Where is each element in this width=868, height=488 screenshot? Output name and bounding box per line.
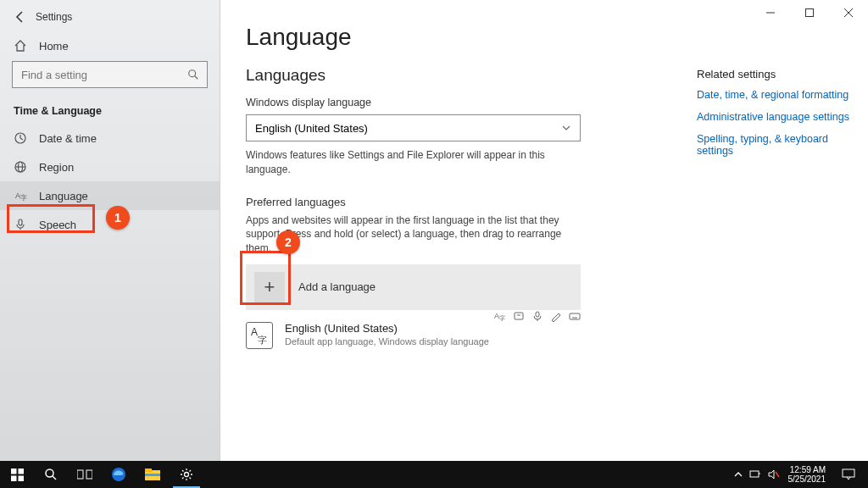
sidebar-item-label: Region xyxy=(39,161,74,174)
sidebar: Settings Home Time & Language Date & tim… xyxy=(0,0,220,461)
svg-text:字: 字 xyxy=(499,315,505,321)
language-name: English (United States) xyxy=(285,322,489,335)
back-arrow-icon[interactable] xyxy=(14,10,27,24)
svg-rect-37 xyxy=(750,471,759,477)
language-feature-icons: A字 xyxy=(494,310,581,322)
related-link-date-time[interactable]: Date, time, & regional formatting xyxy=(697,89,866,101)
related-link-spelling[interactable]: Spelling, typing, & keyboard settings xyxy=(697,133,866,157)
search-icon xyxy=(186,68,200,81)
globe-icon xyxy=(14,160,27,174)
svg-text:字: 字 xyxy=(20,194,27,202)
add-language-label: Add a language xyxy=(298,280,376,293)
svg-rect-24 xyxy=(11,469,17,474)
related-heading: Related settings xyxy=(697,68,866,80)
svg-rect-27 xyxy=(18,475,24,481)
svg-text:字: 字 xyxy=(258,335,267,345)
annotation-callout-1: 1 xyxy=(106,206,130,230)
display-language-select[interactable]: English (United States) xyxy=(246,114,581,141)
taskbar-app-explorer[interactable] xyxy=(136,461,170,488)
related-settings: Related settings Date, time, & regional … xyxy=(697,68,866,167)
search-input-container xyxy=(12,61,208,88)
taskbar-time: 12:59 AM xyxy=(788,465,826,474)
sidebar-item-date-time[interactable]: Date & time xyxy=(0,124,220,152)
tray-network-icon[interactable] xyxy=(749,469,761,480)
tray-chevron-up-icon[interactable] xyxy=(734,470,743,479)
home-label: Home xyxy=(39,40,69,53)
taskbar: 12:59 AM 5/25/2021 xyxy=(0,461,868,488)
svg-rect-40 xyxy=(843,469,854,477)
annotation-callout-2: 2 xyxy=(276,230,300,254)
svg-point-36 xyxy=(185,473,189,477)
start-button[interactable] xyxy=(0,461,34,488)
taskbar-tray[interactable] xyxy=(734,469,780,480)
chevron-down-icon xyxy=(561,123,571,133)
svg-line-29 xyxy=(53,476,56,480)
svg-rect-35 xyxy=(145,474,160,476)
titlebar: Settings xyxy=(0,0,220,30)
microphone-icon xyxy=(14,218,27,231)
language-icon: A字 xyxy=(14,189,27,202)
display-language-help: Windows features like Settings and File … xyxy=(246,148,581,177)
svg-point-28 xyxy=(46,469,53,477)
taskbar-app-settings[interactable] xyxy=(170,461,203,488)
svg-point-4 xyxy=(189,70,196,77)
sidebar-item-label: Speech xyxy=(39,219,76,231)
plus-icon: + xyxy=(254,272,285,302)
keyboard-icon xyxy=(569,310,581,322)
action-center-icon[interactable] xyxy=(834,461,863,488)
text-to-speech-icon xyxy=(513,310,525,322)
sidebar-category: Time & Language xyxy=(0,97,220,124)
sidebar-item-region[interactable]: Region xyxy=(0,152,220,181)
svg-line-5 xyxy=(195,76,198,80)
display-lang-icon: A字 xyxy=(494,310,506,322)
language-glyph-icon: A字 xyxy=(246,322,273,349)
preferred-languages-heading: Preferred languages xyxy=(246,196,843,208)
svg-line-39 xyxy=(776,472,779,477)
svg-rect-17 xyxy=(536,312,539,317)
svg-text:A: A xyxy=(251,326,258,338)
language-entry[interactable]: A字 A字 English (United States) Default ap… xyxy=(246,320,581,351)
taskbar-date: 5/25/2021 xyxy=(788,474,826,484)
sidebar-item-label: Language xyxy=(39,190,88,202)
svg-rect-25 xyxy=(18,469,24,474)
search-input[interactable] xyxy=(13,69,207,81)
task-view-icon[interactable] xyxy=(68,461,102,488)
window-title: Settings xyxy=(36,11,72,23)
sidebar-item-home[interactable]: Home xyxy=(0,30,220,61)
svg-rect-31 xyxy=(86,470,92,479)
language-subtitle: Default app language, Windows display la… xyxy=(285,336,489,347)
svg-rect-34 xyxy=(145,469,152,472)
taskbar-clock[interactable]: 12:59 AM 5/25/2021 xyxy=(788,465,826,484)
handwriting-icon xyxy=(550,310,562,322)
tray-volume-icon[interactable] xyxy=(768,469,780,480)
speech-icon xyxy=(531,310,543,322)
home-icon xyxy=(14,39,27,53)
taskbar-app-edge[interactable] xyxy=(102,461,136,488)
taskbar-search-icon[interactable] xyxy=(34,461,68,488)
svg-rect-18 xyxy=(570,313,580,319)
svg-rect-26 xyxy=(11,475,17,481)
page-title: Language xyxy=(246,24,843,51)
svg-rect-12 xyxy=(19,219,22,225)
svg-rect-15 xyxy=(515,313,523,319)
add-language-button[interactable]: + Add a language xyxy=(246,264,581,310)
clock-icon xyxy=(14,131,27,145)
svg-rect-30 xyxy=(77,470,83,479)
related-link-admin-lang[interactable]: Administrative language settings xyxy=(697,111,866,123)
display-language-value: English (United States) xyxy=(255,122,368,135)
sidebar-item-label: Date & time xyxy=(39,132,97,145)
sidebar-item-language[interactable]: A字 Language xyxy=(0,181,220,210)
